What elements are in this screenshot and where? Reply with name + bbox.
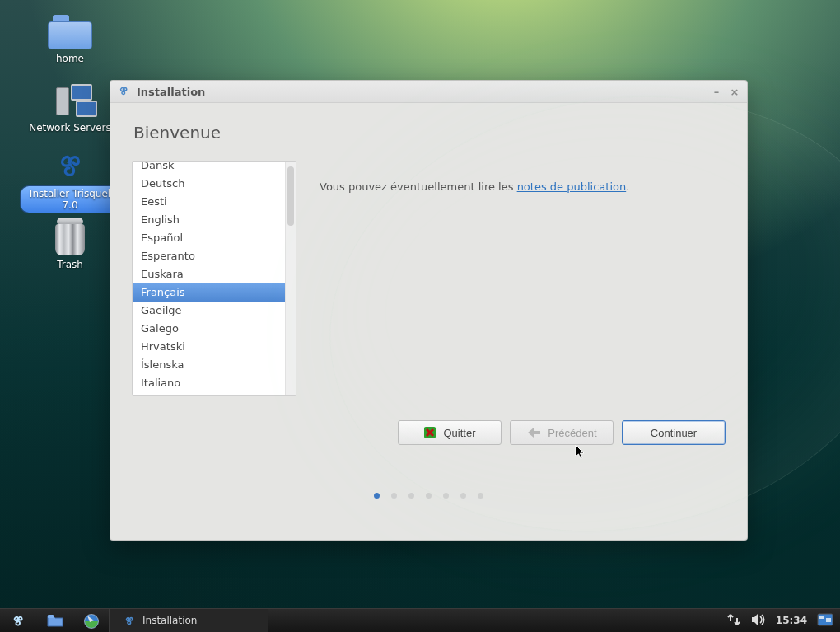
- start-menu-button[interactable]: [0, 609, 36, 632]
- language-option[interactable]: Dansk: [133, 162, 286, 175]
- language-option[interactable]: Kurdî: [133, 392, 286, 395]
- desktop-icon-network-servers[interactable]: Network Servers: [21, 82, 119, 133]
- file-manager-launcher[interactable]: [36, 609, 72, 632]
- progress-dot: [374, 493, 380, 499]
- scrollbar-thumb[interactable]: [287, 166, 294, 226]
- info-text: Vous pouvez éventuellement lire les note…: [320, 161, 726, 193]
- installer-window: Installation – × Bienvenue DanskDeutschE…: [110, 80, 748, 541]
- quit-label: Quitter: [443, 427, 475, 439]
- language-list[interactable]: DanskDeutschEestiEnglishEspañolEsperanto…: [132, 161, 296, 396]
- language-option[interactable]: Euskara: [133, 265, 286, 283]
- back-label: Précédent: [548, 427, 596, 439]
- language-option[interactable]: Esperanto: [133, 247, 286, 265]
- quit-button[interactable]: Quitter: [398, 420, 502, 445]
- desktop-icon-installer[interactable]: Installer Trisquel 7.0: [21, 147, 119, 213]
- language-option[interactable]: Français: [133, 283, 286, 302]
- show-desktop-button[interactable]: [817, 613, 833, 629]
- info-suffix: .: [626, 180, 629, 193]
- page-heading: Bienvenue: [133, 123, 726, 143]
- language-option[interactable]: English: [133, 211, 286, 229]
- language-option[interactable]: Eesti: [133, 193, 286, 211]
- language-option[interactable]: Íslenska: [133, 356, 286, 374]
- language-option[interactable]: Galego: [133, 320, 286, 338]
- titlebar[interactable]: Installation – ×: [110, 81, 747, 103]
- arrow-left-icon: [526, 427, 541, 438]
- back-button: Précédent: [510, 420, 614, 445]
- minimize-button[interactable]: –: [711, 86, 722, 97]
- taskbar-task-label: Installation: [142, 615, 197, 626]
- trash-icon: [54, 218, 86, 255]
- close-button[interactable]: ×: [729, 86, 740, 97]
- language-option[interactable]: Deutsch: [133, 175, 286, 193]
- language-option[interactable]: Gaeilge: [133, 302, 286, 320]
- desktop-icon-trash[interactable]: Trash: [21, 218, 119, 270]
- desktop-icon-label: Network Servers: [21, 122, 119, 133]
- quit-icon: [423, 426, 436, 439]
- globe-icon: [83, 613, 98, 628]
- svg-rect-5: [819, 616, 824, 619]
- svg-rect-6: [826, 618, 831, 622]
- desktop-icon-home[interactable]: home: [21, 15, 119, 64]
- continue-button[interactable]: Continuer: [622, 420, 726, 445]
- continue-label: Continuer: [651, 427, 697, 439]
- network-tray-icon[interactable]: [726, 613, 741, 629]
- volume-tray-icon[interactable]: [751, 613, 766, 629]
- system-tray: 15:34: [720, 613, 840, 629]
- window-content: Bienvenue DanskDeutschEestiEnglishEspaño…: [110, 103, 747, 540]
- info-prefix: Vous pouvez éventuellement lire les: [320, 180, 517, 193]
- desktop-icon-label: Installer Trisquel 7.0: [21, 186, 119, 213]
- svg-rect-1: [48, 615, 54, 618]
- progress-dot: [460, 493, 466, 499]
- web-browser-launcher[interactable]: [72, 609, 109, 632]
- desktop-icon-label: Trash: [21, 259, 119, 270]
- taskbar-task-installation[interactable]: Installation: [109, 609, 268, 632]
- window-title: Installation: [137, 86, 205, 98]
- folder-icon: [48, 15, 92, 49]
- progress-dots: [132, 493, 726, 499]
- language-option[interactable]: Italiano: [133, 374, 286, 392]
- release-notes-link[interactable]: notes de publication: [517, 180, 627, 193]
- language-option[interactable]: Español: [133, 229, 286, 247]
- desktop-icon-label: home: [21, 53, 119, 64]
- button-row: Quitter Précédent Continuer: [132, 420, 726, 445]
- progress-dot: [391, 493, 397, 499]
- trisquel-logo-icon: [123, 614, 136, 627]
- folder-icon: [47, 613, 62, 628]
- trisquel-logo-icon: [52, 147, 88, 183]
- progress-dot: [426, 493, 432, 499]
- scrollbar[interactable]: [285, 162, 296, 395]
- taskbar: Installation 15:34: [0, 608, 840, 632]
- desktop: home Network Servers Installer Trisquel …: [0, 0, 840, 609]
- progress-dot: [478, 493, 483, 499]
- progress-dot: [408, 493, 414, 499]
- language-option[interactable]: Hrvatski: [133, 338, 286, 356]
- network-servers-icon: [46, 82, 94, 119]
- trisquel-logo-icon: [117, 84, 130, 100]
- clock[interactable]: 15:34: [776, 615, 807, 626]
- progress-dot: [443, 493, 449, 499]
